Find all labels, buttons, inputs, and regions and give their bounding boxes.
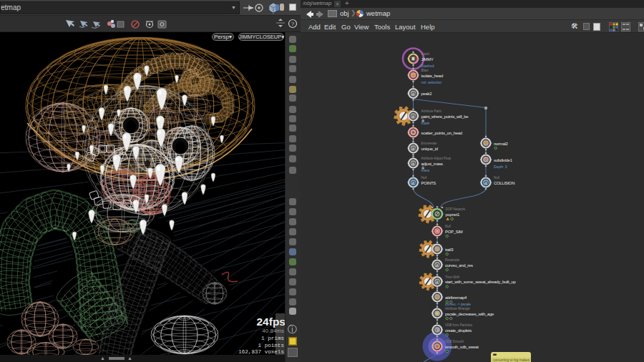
svg-text:V: V	[435, 328, 437, 332]
svg-text:curveu_and_res: curveu_and_res	[445, 263, 473, 268]
svg-text:unique_id: unique_id	[421, 147, 438, 151]
svg-text:Stash: Stash	[421, 52, 430, 56]
svg-text:paint_where_points_will_be: paint_where_points_will_be	[421, 114, 469, 119]
svg-text:Time Shift: Time Shift	[445, 275, 460, 279]
svg-text:mask: mask	[421, 122, 430, 125]
svg-text:Null: Null	[421, 176, 427, 180]
svg-text:attribremap4: attribremap4	[445, 295, 467, 300]
svg-text:Attribute Paint: Attribute Paint	[421, 109, 442, 113]
svg-text:smooth_vdb_sweat: smooth_vdb_sweat	[445, 345, 479, 349]
svg-text:adjust_mass: adjust_mass	[421, 162, 444, 166]
svg-text:DOP Network: DOP Network	[446, 207, 466, 211]
svg-text:not: selection: not: selection	[421, 81, 442, 84]
svg-text:peak2: peak2	[421, 92, 432, 96]
svg-text:COLLISION: COLLISION	[494, 181, 514, 185]
svg-text:converting to fog makes: converting to fog makes	[493, 358, 530, 362]
svg-text:Stashed: Stashed	[421, 64, 434, 68]
svg-text:Resample: Resample	[445, 258, 460, 262]
svg-text:POP_SIM: POP_SIM	[445, 230, 463, 234]
svg-text:Attribute Adjust Float: Attribute Adjust Float	[421, 157, 452, 160]
svg-text:Depth: 3: Depth: 3	[494, 165, 507, 169]
svg-text:JIMMY: JIMMY	[421, 57, 434, 62]
svg-text:40.84ms: 40.84ms	[262, 328, 284, 334]
svg-text:pscale_decreases_with_age: pscale_decreases_with_age	[445, 312, 494, 316]
svg-text:normal2: normal2	[494, 142, 508, 146]
svg-text:Blast: Blast	[421, 69, 429, 72]
svg-text:Null: Null	[445, 225, 451, 228]
svg-text:mass: mass	[421, 169, 430, 172]
svg-text:1 points: 1 points	[258, 343, 284, 348]
svg-text:scatter_points_on_head: scatter_points_on_head	[421, 131, 462, 135]
svg-text:subdivide1: subdivide1	[494, 158, 512, 162]
svg-text:Enumerate: Enumerate	[421, 142, 438, 145]
svg-text:isolate_head: isolate_head	[421, 74, 443, 78]
svg-text:VDB from Particles: VDB from Particles	[445, 323, 473, 327]
svg-text:?: ?	[291, 21, 295, 27]
svg-text:24fps: 24fps	[257, 315, 286, 328]
svg-text:popnet1: popnet1	[446, 212, 460, 217]
svg-text:1 prims: 1 prims	[261, 336, 284, 341]
svg-text:trail3: trail3	[445, 248, 454, 252]
svg-text:Attribute Wrangle: Attribute Wrangle	[445, 307, 470, 310]
svg-text:POINTS: POINTS	[421, 181, 436, 185]
svg-text:162,837 voxels: 162,837 voxels	[238, 349, 284, 355]
svg-text:Null: Null	[494, 176, 499, 180]
svg-text:start_with_some_sweat_already_: start_with_some_sweat_already_built_up	[445, 280, 517, 284]
svg-text:create_droplets: create_droplets	[445, 328, 472, 333]
svg-text:VDB Smooth: VDB Smooth	[445, 340, 464, 343]
svg-text:curveu -> pscale: curveu -> pscale	[445, 303, 471, 306]
